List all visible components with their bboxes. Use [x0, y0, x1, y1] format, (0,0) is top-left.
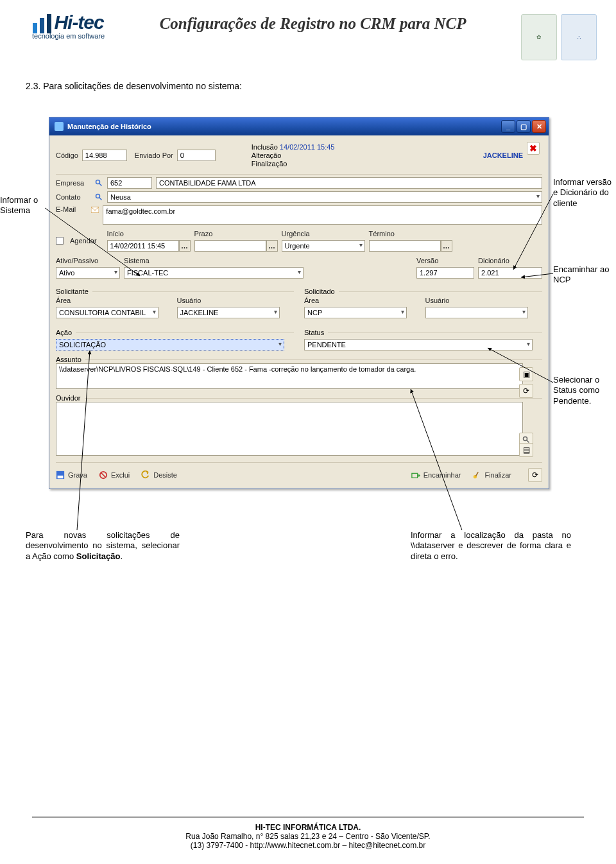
finalizacao-label: Finalização: [252, 160, 335, 168]
desiste-button[interactable]: Desiste: [141, 471, 177, 480]
button-label: Desiste: [153, 471, 177, 479]
termino-picker-button[interactable]: …: [441, 240, 452, 252]
window-title: Manutenção de Histórico: [67, 123, 151, 130]
svg-rect-8: [58, 476, 64, 478]
sistema-select[interactable]: FISCAL-TEC: [124, 267, 304, 279]
status-select[interactable]: PENDENTE: [304, 339, 533, 350]
dicionario-label: Dicionário: [478, 257, 509, 264]
area2-select[interactable]: NCP: [304, 307, 407, 318]
assunto-side-button-1[interactable]: ▣: [519, 367, 533, 381]
section-heading: 2.3. Para solicitações de desenvolviment…: [0, 65, 616, 98]
enviado-por-label: Enviado Por: [135, 151, 173, 159]
footer-company: HI-TEC INFORMÁTICA LTDA.: [32, 823, 584, 832]
email-label: E-Mail: [56, 205, 87, 213]
badge-green-icon: ✿: [521, 14, 557, 60]
assunto-textarea[interactable]: \\dataserver\NCP\LIVROS FISCAIS-SQL\149 …: [56, 363, 523, 389]
logo-bar-icon: [47, 14, 51, 33]
urgencia-select[interactable]: Urgente: [282, 240, 365, 252]
timestamps-block: Inclusão 14/02/2011 15:45 Alteração Fina…: [252, 143, 335, 168]
lookup-empresa-icon[interactable]: [94, 178, 103, 187]
svg-line-1: [99, 184, 102, 186]
contato-label: Contato: [56, 193, 90, 201]
finalizar-button[interactable]: Finalizar: [472, 471, 511, 480]
dicionario-input[interactable]: 2.021: [478, 267, 542, 279]
acao-select[interactable]: SOLICITAÇÃO: [56, 339, 284, 350]
header-fields: Código 14.988 Enviado Por 0 Inclusão 14/…: [56, 139, 542, 175]
status-legend: Status: [304, 329, 324, 336]
area1-label: Área: [56, 297, 71, 304]
mail-icon[interactable]: [91, 205, 99, 214]
header-badges: ✿ ⛬: [521, 12, 597, 60]
inicio-picker-button[interactable]: …: [179, 240, 191, 252]
codigo-value: 14.988: [82, 150, 127, 161]
page-header: Hi-tec tecnologia em software Configuraç…: [0, 0, 616, 65]
prazo-picker-button[interactable]: …: [266, 240, 278, 252]
toolbar-extra-button[interactable]: ⟳: [528, 468, 542, 482]
empresa-code-input[interactable]: 652: [107, 177, 152, 189]
ouvidor-textarea[interactable]: [56, 402, 523, 456]
close-button[interactable]: ✕: [532, 120, 546, 133]
logo-bar-icon: [40, 18, 44, 33]
usuario2-label: Usuário: [425, 297, 450, 304]
area2-label: Área: [304, 297, 319, 304]
codigo-label: Código: [56, 151, 78, 159]
usuario1-label: Usuário: [177, 297, 201, 304]
callout-localizacao: Informar a localização da pasta no \\dat…: [411, 530, 571, 562]
maximize-button[interactable]: ▢: [517, 120, 531, 133]
agendar-label: Agendar: [70, 237, 97, 245]
clear-form-button[interactable]: ✖: [527, 142, 540, 155]
button-label: Grava: [68, 471, 87, 479]
svg-line-10: [101, 473, 105, 478]
window-titlebar[interactable]: Manutenção de Histórico _ ▢ ✕: [49, 117, 549, 135]
svg-point-5: [524, 437, 527, 441]
logo-subtitle: tecnologia em software: [32, 32, 105, 40]
encaminhar-button[interactable]: Encaminhar: [411, 471, 461, 480]
app-icon: [55, 122, 64, 131]
prazo-label: Prazo: [194, 230, 213, 238]
solicitante-legend: Solicitante: [56, 288, 89, 295]
toolbar: Grava Exclui Desiste Encaminhar Finaliza…: [56, 462, 542, 482]
ouvidor-legend: Ouvidor: [56, 394, 81, 402]
document-title: Configurações de Registro no CRM para NC…: [124, 14, 502, 33]
footer-contact: (13) 3797-7400 - http://www.hitecnet.com…: [32, 841, 584, 850]
ativo-select[interactable]: Ativo: [56, 267, 120, 279]
callout-status: Selecionar o Status como Pendente.: [553, 375, 613, 406]
button-label: Exclui: [111, 471, 130, 479]
empresa-name-input[interactable]: CONTABILIDADE FAMA LTDA: [156, 177, 542, 189]
svg-point-2: [96, 194, 100, 198]
ativo-label: Ativo/Passivo: [56, 257, 98, 264]
sistema-label: Sistema: [124, 257, 150, 264]
button-label: Encaminhar: [424, 471, 461, 479]
grava-button[interactable]: Grava: [56, 471, 87, 480]
agendar-checkbox[interactable]: [56, 237, 64, 245]
inicio-label: Início: [107, 230, 124, 238]
email-textarea[interactable]: fama@goldtec.com.br: [103, 205, 542, 225]
callout-acao: Para novas solicitações de desenvolvimen…: [26, 530, 180, 562]
footer-address: Rua João Ramalho, n° 825 salas 21,23 e 2…: [32, 832, 584, 841]
callout-versao-dicionario: Informar versão e Dicionário do cliente: [553, 177, 613, 209]
acao-legend: Ação: [56, 329, 72, 336]
contato-select[interactable]: Neusa: [107, 191, 542, 203]
minimize-button[interactable]: _: [501, 120, 515, 133]
termino-input[interactable]: [369, 240, 441, 252]
ouvidor-extra-button[interactable]: ▤: [519, 443, 533, 457]
svg-rect-13: [475, 472, 479, 477]
solicitado-legend: Solicitado: [304, 288, 335, 295]
logo-text: Hi-tec: [54, 12, 103, 33]
prazo-input[interactable]: [194, 240, 266, 252]
user-top: JACKELINE: [483, 151, 523, 159]
page-footer: HI-TEC INFORMÁTICA LTDA. Rua João Ramalh…: [32, 816, 584, 850]
inicio-input[interactable]: 14/02/2011 15:45: [107, 240, 179, 252]
termino-label: Término: [369, 230, 395, 238]
button-label: Finalizar: [484, 471, 511, 479]
versao-input[interactable]: 1.297: [416, 267, 474, 279]
usuario1-select[interactable]: JACKELINE: [177, 307, 280, 318]
usuario2-select[interactable]: [425, 307, 528, 318]
svg-point-0: [96, 180, 100, 184]
area1-select[interactable]: CONSULTORIA CONTABIL: [56, 307, 158, 318]
svg-rect-11: [412, 473, 418, 478]
empresa-label: Empresa: [56, 179, 90, 187]
callout-informar-sistema: Informar o Sistema: [0, 195, 46, 216]
lookup-contato-icon[interactable]: [94, 193, 103, 202]
exclui-button[interactable]: Exclui: [99, 471, 130, 480]
